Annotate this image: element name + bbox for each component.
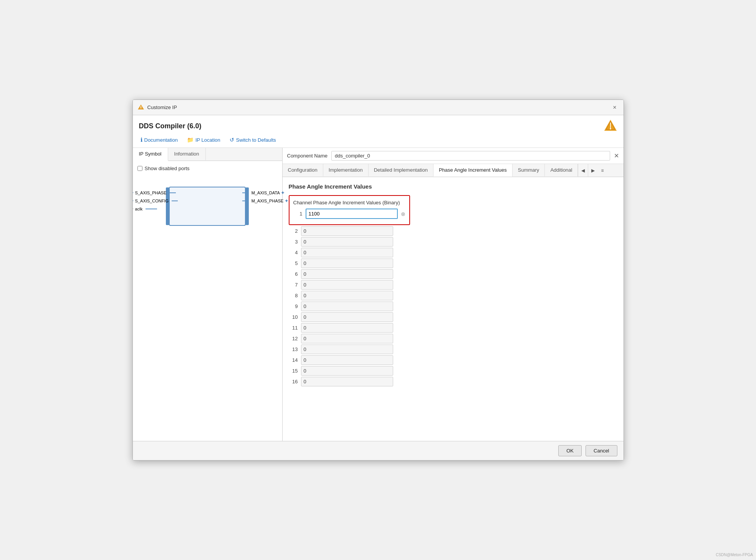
ip-location-label: IP Location [195,137,220,143]
component-name-row: Component Name ✕ [283,148,624,164]
tab-configuration[interactable]: Configuration [283,164,323,177]
channel-row-7: 7 [289,280,617,290]
show-disabled-checkbox[interactable] [137,166,142,171]
right-ports: M_AXIS_DATA + M_AXIS_PHASE + [242,190,288,206]
left-tabs: IP Symbol Information [133,148,282,161]
close-button[interactable]: × [610,103,619,112]
channel-num-13: 13 [289,346,298,352]
channel-num-3: 3 [289,239,298,245]
ok-button[interactable]: OK [558,445,582,456]
toolbar: ℹ Documentation 📁 IP Location ↺ Switch t… [139,136,617,144]
tab-summary[interactable]: Summary [513,164,545,177]
port-plus-2: + [133,198,134,204]
tab-nav-left[interactable]: ◀ [578,164,588,177]
channel-num-8: 8 [289,293,298,298]
channel-row-5: 5 [289,258,617,268]
channel-row-11: 11 [289,323,617,333]
tab-additional[interactable]: Additional [545,164,578,177]
port-plus-1: + [133,190,134,196]
channel-num-6: 6 [289,271,298,277]
channel-row-4: 4 [289,248,617,257]
app-title-row: DDS Compiler (6.0) [139,119,617,133]
channel-row-1: 1 ⊗ [293,209,405,219]
customize-ip-dialog: Customize IP × DDS Compiler (6.0) ℹ Docu… [132,99,624,461]
channel-clear-1[interactable]: ⊗ [401,211,405,217]
channel-row-8: 8 [289,291,617,300]
port-s-axis-config: S_AXIS_CONFIG [135,199,169,203]
tab-detailed-implementation[interactable]: Detailed Implementation [369,164,433,177]
channel-num-2: 2 [289,228,298,234]
refresh-icon: ↺ [230,137,234,143]
channel-input-5 [301,258,393,268]
channel-input-12 [301,334,393,343]
channel-num-1: 1 [293,211,303,217]
port-m-axis-phase: M_AXIS_PHASE [251,199,284,203]
header-section: DDS Compiler (6.0) ℹ Documentation 📁 IP … [133,115,624,148]
documentation-icon: ℹ [141,137,142,143]
tab-information[interactable]: Information [168,148,206,161]
component-name-label: Component Name [287,153,328,159]
vivado-title-icon [137,104,144,111]
app-title-text: DDS Compiler (6.0) [139,122,202,130]
channel-num-9: 9 [289,303,298,309]
tab-implementation[interactable]: Implementation [323,164,369,177]
folder-icon: 📁 [187,137,194,143]
show-disabled-text: Show disabled ports [145,166,190,171]
channel-table-title: Channel Phase Angle Increment Values (Bi… [293,200,405,205]
channel-input-1[interactable] [306,209,398,219]
tab-content-area: Phase Angle Increment Values Channel Pha… [283,177,624,441]
port-aclk: aclk [135,207,143,211]
watermark: CSDN@Meton-FPGA [716,553,753,557]
cancel-button[interactable]: Cancel [586,445,617,456]
tab-nav-right[interactable]: ▶ [588,164,598,177]
channel-row-3: 3 [289,237,617,247]
channel-num-5: 5 [289,260,298,266]
channel-num-11: 11 [289,325,298,331]
bottom-bar: OK Cancel [133,441,624,460]
channel-row-6: 6 [289,269,617,279]
channel-input-2 [301,226,393,236]
switch-defaults-label: Switch to Defaults [236,137,276,143]
tab-phase-angle-increment[interactable]: Phase Angle Increment Values [433,164,513,177]
component-name-clear[interactable]: ✕ [614,152,619,159]
left-tab-content: Show disabled ports [133,161,282,441]
channel-row-14: 14 [289,355,617,365]
documentation-button[interactable]: ℹ Documentation [139,136,179,144]
dialog-title: Customize IP [147,104,177,110]
port-s-axis-phase: S_AXIS_PHASE [135,191,167,195]
channel-input-4 [301,248,393,257]
port-minus-1: − [133,206,134,212]
channels-outer: 2345678910111213141516 [289,226,617,386]
show-disabled-label[interactable]: Show disabled ports [137,166,278,171]
channel-input-8 [301,291,393,300]
main-content: IP Symbol Information Show disabled port… [133,148,624,441]
channel-table-container: Channel Phase Angle Increment Values (Bi… [289,195,410,225]
ip-location-button[interactable]: 📁 IP Location [185,136,222,144]
channel-row-16: 16 [289,377,617,386]
channel-input-15 [301,366,393,376]
channel-row-15: 15 [289,366,617,376]
tab-menu-button[interactable]: ≡ [598,164,607,177]
channel-num-14: 14 [289,357,298,363]
documentation-label: Documentation [144,137,178,143]
channel-input-11 [301,323,393,333]
channel-input-7 [301,280,393,290]
channel-row-9: 9 [289,302,617,311]
right-panel: Component Name ✕ Configuration Implement… [283,148,624,441]
title-bar: Customize IP × [133,100,624,115]
port-m-axis-data: M_AXIS_DATA [251,191,280,195]
switch-defaults-button[interactable]: ↺ Switch to Defaults [228,136,278,144]
vivado-logo [604,119,617,133]
ip-symbol-diagram: + S_AXIS_PHASE + S_AXIS_CONFIG − [137,187,278,226]
channel-num-7: 7 [289,282,298,288]
channel-row-12: 12 [289,334,617,343]
component-name-input[interactable] [331,151,610,161]
tab-ip-symbol[interactable]: IP Symbol [133,148,168,161]
channel-input-3 [301,237,393,247]
svg-point-6 [610,128,611,129]
channel-num-4: 4 [289,250,298,255]
channel-num-12: 12 [289,336,298,341]
channel-input-16 [301,377,393,386]
channel-input-10 [301,312,393,322]
channel-row-13: 13 [289,345,617,354]
